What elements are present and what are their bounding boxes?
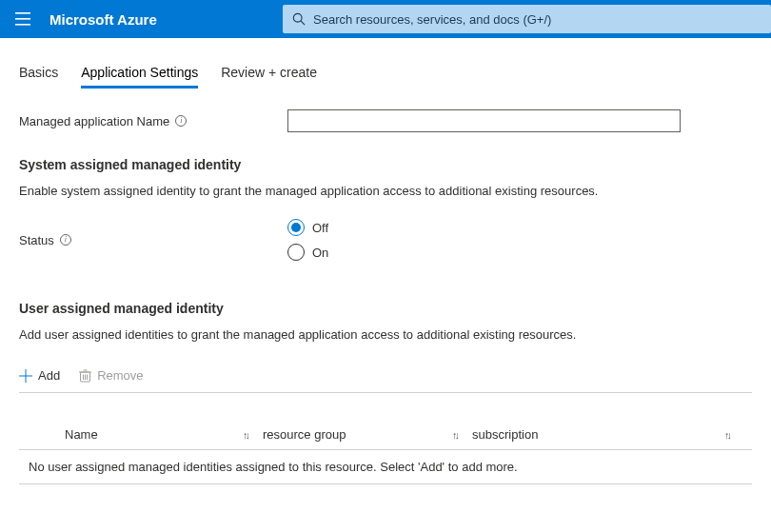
- search-icon: [292, 12, 306, 26]
- remove-button: Remove: [79, 368, 143, 383]
- managed-app-name-row: Managed application Name i: [19, 109, 752, 132]
- info-icon[interactable]: i: [60, 234, 71, 246]
- table-header-resource-group[interactable]: resource group ↑↓: [263, 427, 472, 442]
- system-identity-title: System assigned managed identity: [19, 157, 752, 172]
- svg-line-4: [301, 21, 305, 25]
- global-search[interactable]: [283, 5, 771, 33]
- tab-basics[interactable]: Basics: [19, 65, 58, 89]
- content-area: Basics Application Settings Review + cre…: [0, 65, 771, 484]
- remove-label: Remove: [97, 368, 143, 383]
- tab-application-settings[interactable]: Application Settings: [81, 65, 198, 89]
- plus-icon: [19, 369, 32, 383]
- brand-title: Microsoft Azure: [49, 11, 157, 28]
- radio-label-on: On: [312, 246, 328, 260]
- svg-rect-2: [15, 24, 30, 26]
- status-radio-group: Off On: [287, 219, 328, 261]
- user-identity-desc: Add user assigned identities to grant th…: [19, 327, 752, 342]
- status-label: Status: [19, 233, 54, 247]
- sort-icon[interactable]: ↑↓: [452, 429, 457, 441]
- hamburger-menu-button[interactable]: [0, 12, 46, 26]
- table-header-name[interactable]: Name ↑↓: [65, 427, 263, 442]
- table-header-checkbox: [27, 427, 65, 442]
- search-input[interactable]: [313, 12, 761, 27]
- managed-app-name-label-wrap: Managed application Name i: [19, 114, 287, 128]
- radio-label-off: Off: [312, 221, 328, 235]
- tab-review-create[interactable]: Review + create: [221, 65, 317, 89]
- svg-rect-1: [15, 18, 30, 20]
- top-bar: Microsoft Azure: [0, 0, 771, 38]
- managed-app-name-input[interactable]: [287, 109, 681, 132]
- table-header: Name ↑↓ resource group ↑↓ subscription ↑…: [19, 427, 752, 450]
- radio-icon: [287, 244, 305, 261]
- info-icon[interactable]: i: [175, 115, 187, 127]
- identities-table: Name ↑↓ resource group ↑↓ subscription ↑…: [19, 427, 752, 484]
- tab-bar: Basics Application Settings Review + cre…: [19, 65, 752, 89]
- hamburger-icon: [15, 12, 30, 26]
- status-label-wrap: Status i: [19, 233, 287, 247]
- th-label: resource group: [263, 427, 346, 442]
- add-button[interactable]: Add: [19, 368, 60, 383]
- status-row: Status i Off On: [19, 219, 752, 261]
- managed-app-name-label: Managed application Name: [19, 114, 169, 128]
- identity-toolbar: Add Remove: [19, 368, 752, 393]
- svg-point-3: [293, 13, 302, 22]
- th-label: Name: [65, 427, 98, 442]
- add-label: Add: [38, 368, 60, 383]
- table-empty-message: No user assigned managed identities assi…: [19, 450, 752, 484]
- table-header-subscription[interactable]: subscription ↑↓: [472, 427, 744, 442]
- trash-icon: [79, 369, 91, 383]
- system-identity-desc: Enable system assigned identity to grant…: [19, 184, 752, 198]
- status-radio-off[interactable]: Off: [287, 219, 328, 236]
- svg-rect-0: [15, 12, 30, 14]
- th-label: subscription: [472, 427, 538, 442]
- user-identity-title: User assigned managed identity: [19, 301, 752, 316]
- radio-icon: [287, 219, 305, 236]
- sort-icon[interactable]: ↑↓: [243, 429, 247, 441]
- status-radio-on[interactable]: On: [287, 244, 328, 261]
- sort-icon[interactable]: ↑↓: [724, 429, 729, 441]
